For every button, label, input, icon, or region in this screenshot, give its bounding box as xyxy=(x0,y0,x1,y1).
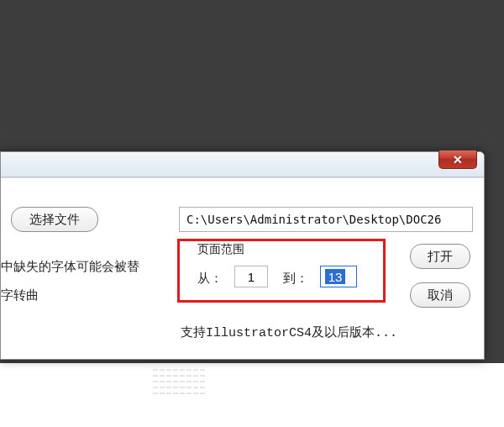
select-file-button[interactable]: 选择文件 xyxy=(11,207,98,232)
version-support-hint: 支持IllustratorCS4及以后版本... xyxy=(181,324,397,340)
page-range-group-label: 页面范围 xyxy=(196,242,246,257)
open-button-label: 打开 xyxy=(428,249,453,265)
cancel-button-label: 取消 xyxy=(428,287,453,303)
page-from-label: 从： xyxy=(197,271,223,287)
open-button[interactable]: 打开 xyxy=(410,244,470,269)
select-file-label: 选择文件 xyxy=(29,212,80,228)
page-to-label: 到： xyxy=(283,271,308,287)
missing-font-warning-line2: 字转曲 xyxy=(1,287,39,303)
page-to-input[interactable] xyxy=(320,266,357,287)
dialog-titlebar: ✕ xyxy=(1,152,484,177)
close-icon: ✕ xyxy=(453,153,463,166)
file-open-dialog: ✕ 选择文件 中缺失的字体可能会被替 字转曲 页面范围 从： 到： 13 打开 … xyxy=(0,151,485,360)
dialog-content: 选择文件 中缺失的字体可能会被替 字转曲 页面范围 从： 到： 13 打开 取消… xyxy=(1,177,484,359)
close-button[interactable]: ✕ xyxy=(438,150,477,169)
background-decoration: ▬▬▬▬▬▬▬▬▬▬▬▬▬▬▬▬▬▬▬▬▬▬▬▬▬▬▬▬▬▬▬▬▬▬▬▬▬▬▬▬ xyxy=(153,366,254,400)
cancel-button[interactable]: 取消 xyxy=(410,282,470,308)
page-from-input[interactable] xyxy=(234,266,268,287)
missing-font-warning-line1: 中缺失的字体可能会被替 xyxy=(1,259,139,275)
file-path-input[interactable] xyxy=(179,207,473,232)
